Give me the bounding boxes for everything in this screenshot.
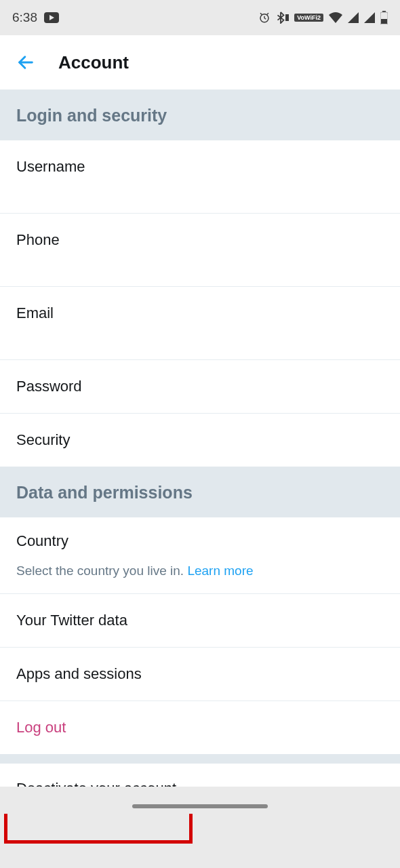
svg-rect-7 bbox=[285, 14, 289, 21]
username-item[interactable]: Username bbox=[0, 140, 400, 214]
page-title: Account bbox=[58, 52, 129, 73]
battery-icon bbox=[380, 11, 388, 24]
log-out-item[interactable]: Log out bbox=[0, 701, 400, 754]
security-item[interactable]: Security bbox=[0, 414, 400, 467]
email-item[interactable]: Email bbox=[0, 287, 400, 360]
password-item[interactable]: Password bbox=[0, 360, 400, 414]
twitter-data-label: Your Twitter data bbox=[16, 612, 127, 629]
email-label: Email bbox=[16, 304, 54, 322]
app-header: Account bbox=[0, 35, 400, 90]
youtube-icon bbox=[44, 12, 59, 23]
phone-item[interactable]: Phone bbox=[0, 214, 400, 287]
section-divider bbox=[0, 754, 400, 764]
bluetooth-icon bbox=[276, 12, 289, 24]
log-out-label: Log out bbox=[16, 719, 66, 736]
svg-rect-12 bbox=[381, 19, 387, 24]
svg-marker-8 bbox=[348, 12, 359, 23]
security-label: Security bbox=[16, 431, 70, 448]
learn-more-link[interactable]: Learn more bbox=[187, 564, 253, 578]
back-arrow-icon[interactable] bbox=[16, 53, 35, 72]
svg-line-6 bbox=[267, 13, 268, 14]
vowifi-badge: VoWiFi2 bbox=[294, 14, 323, 22]
apps-sessions-item[interactable]: Apps and sessions bbox=[0, 648, 400, 701]
wifi-icon bbox=[329, 12, 342, 23]
alarm-icon bbox=[258, 12, 271, 24]
status-time: 6:38 bbox=[12, 10, 37, 25]
password-label: Password bbox=[16, 378, 82, 395]
status-bar: 6:38 VoWiFi2 bbox=[0, 0, 400, 35]
system-nav-bar bbox=[0, 787, 400, 814]
signal-icon-1 bbox=[348, 12, 359, 23]
signal-icon-2 bbox=[364, 12, 375, 23]
section-login-security: Login and security bbox=[0, 90, 400, 140]
svg-line-4 bbox=[264, 18, 266, 20]
section-data-permissions: Data and permissions bbox=[0, 467, 400, 517]
country-description: Select the country you live in. Learn mo… bbox=[0, 554, 400, 594]
country-label: Country bbox=[16, 532, 68, 549]
country-item[interactable]: Country bbox=[0, 517, 400, 554]
country-desc-text: Select the country you live in. bbox=[16, 564, 187, 578]
username-label: Username bbox=[16, 158, 85, 176]
phone-label: Phone bbox=[16, 231, 60, 249]
svg-marker-9 bbox=[364, 12, 375, 23]
svg-line-5 bbox=[260, 13, 262, 14]
twitter-data-item[interactable]: Your Twitter data bbox=[0, 594, 400, 648]
apps-sessions-label: Apps and sessions bbox=[16, 665, 142, 682]
nav-handle[interactable] bbox=[132, 804, 268, 808]
